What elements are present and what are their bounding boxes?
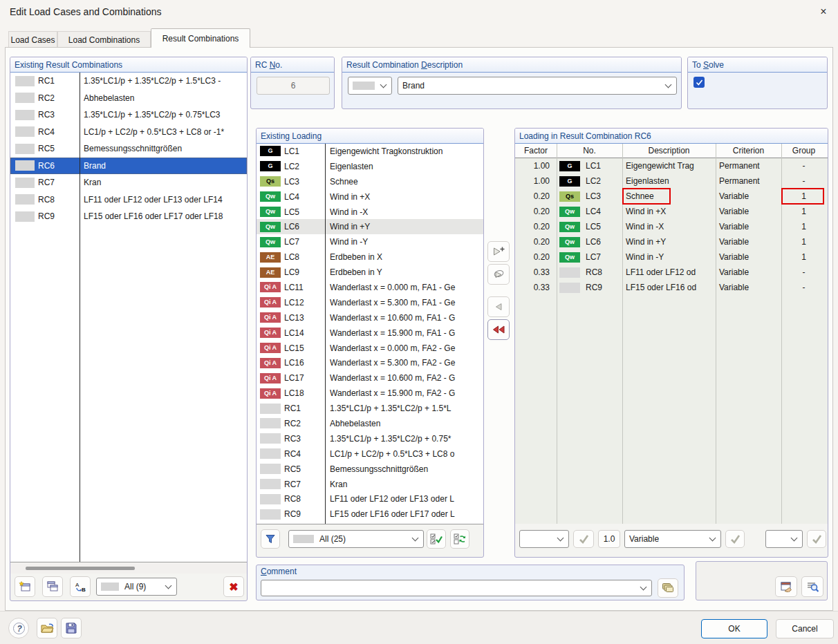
cancel-button[interactable]: Cancel	[776, 619, 834, 638]
result-combination-row[interactable]: RC31.35*LC1/p + 1.35*LC2/p + 0.75*LC3	[10, 106, 247, 124]
result-combination-row[interactable]: RC9LF15 oder LF16 oder LF17 oder LF18	[10, 208, 247, 225]
remove-from-combination-button[interactable]	[487, 296, 510, 317]
load-case-row[interactable]: RC7Kran	[257, 477, 483, 492]
tab-load-cases[interactable]: Load Cases	[8, 31, 57, 48]
load-case-row[interactable]: GLC1Eigengewicht Tragkonstruktion	[257, 144, 483, 159]
color-swatch	[15, 178, 35, 188]
tab-result-combinations[interactable]: Result Combinations	[151, 28, 250, 48]
load-type-badge: AE	[260, 267, 281, 278]
load-case-row[interactable]: RC31.35*LC1/p + 1.35*LC2/p + 0.75*	[257, 431, 483, 446]
load-case-row[interactable]: QwLC7Wind in -Y	[257, 234, 483, 249]
color-dropdown[interactable]	[348, 77, 392, 95]
load-case-name: RC4	[284, 449, 301, 459]
column-divider	[716, 144, 716, 524]
close-icon[interactable]: ×	[816, 4, 831, 19]
result-combination-row[interactable]: RC4LC1/p + LC2/p + 0.5*LC3 + LC8 or -1*	[10, 124, 247, 141]
edit-settings-button[interactable]	[775, 576, 797, 597]
result-combination-row[interactable]: RC2Abhebelasten	[10, 90, 247, 107]
load-case-row[interactable]: QsLC3Schnee	[257, 174, 483, 189]
horizontal-scrollbar[interactable]	[10, 563, 247, 574]
existing-loading-list[interactable]: GLC1Eigengewicht TragkonstruktionGLC2Eig…	[257, 144, 483, 524]
select-all-button[interactable]	[427, 529, 446, 549]
to-solve-checkbox[interactable]	[693, 77, 705, 88]
result-combination-row[interactable]: RC8LF11 oder LF12 oder LF13 oder LF14	[10, 191, 247, 209]
filter-button[interactable]	[261, 529, 280, 549]
load-case-row[interactable]: RC11.35*LC1/p + 1.35*LC2/p + 1.5*L	[257, 401, 483, 416]
comment-templates-button[interactable]	[658, 578, 678, 598]
apply-factor-button[interactable]	[573, 530, 594, 548]
criterion-cell: Variable	[716, 191, 781, 201]
load-case-row[interactable]: RC8LF11 oder LF12 oder LF13 oder L	[257, 491, 483, 506]
load-case-row[interactable]: RC2Abhebelasten	[257, 416, 483, 431]
color-swatch	[260, 448, 281, 459]
combination-description: Brand	[84, 161, 245, 171]
color-swatch	[15, 211, 35, 222]
factor-dropdown[interactable]	[519, 530, 569, 548]
load-case-row[interactable]: Qi ALC16Wanderlast x = 5.300 m, FA2 - Ge	[257, 355, 483, 370]
load-case-description: Wanderlast x = 5.300 m, FA2 - Ge	[330, 358, 482, 368]
load-case-row[interactable]: AELC8Erdbeben in X	[257, 249, 483, 265]
group-dropdown[interactable]	[765, 530, 803, 548]
number-cell: QwLC5	[557, 222, 622, 232]
load-case-row[interactable]: AELC9Erdbeben in Y	[257, 265, 483, 280]
result-combination-row[interactable]: RC7Kran	[10, 174, 247, 191]
load-case-row[interactable]: GLC2Eigenlasten	[257, 159, 483, 174]
load-case-row[interactable]: RC5Bemessungsschnittgrößen	[257, 462, 483, 477]
load-case-row[interactable]: Qi ALC17Wanderlast x = 10.600 m, FA2 - G	[257, 370, 483, 386]
save-button[interactable]	[61, 618, 82, 638]
result-combinations-list[interactable]: RC11.35*LC1/p + 1.35*LC2/p + 1.5*LC3 -RC…	[10, 73, 247, 562]
filter-value: All (25)	[319, 534, 346, 544]
number-cell: GLC1	[557, 161, 622, 171]
load-case-row[interactable]: QwLC5Wind in -X	[257, 205, 483, 220]
factor-one-button[interactable]: 1.0	[598, 530, 620, 548]
load-case-description: Wind in +X	[330, 192, 482, 202]
load-case-row[interactable]: RC9LF15 oder LF16 oder LF17 oder L	[257, 506, 483, 522]
combination-name: RC5	[38, 144, 55, 153]
new-combination-button[interactable]	[15, 576, 35, 597]
tab-load-combinations[interactable]: Load Combinations	[57, 31, 151, 48]
loading-filter-dropdown[interactable]: All (25)	[288, 530, 424, 548]
apply-criterion-button[interactable]	[725, 530, 745, 548]
group-cell: -	[781, 161, 826, 171]
color-swatch	[260, 479, 281, 489]
load-case-row[interactable]: Qi ALC15Wanderlast x = 0.000 m, FA2 - Ge	[257, 341, 483, 356]
result-combination-row[interactable]: RC5Bemessungsschnittgrößen	[10, 140, 247, 158]
load-type-badge: Qw	[260, 207, 281, 217]
load-case-row[interactable]: Qi ALC18Wanderlast x = 15.900 m, FA2 - G	[257, 386, 483, 401]
check-icon	[730, 535, 741, 544]
svg-text:B: B	[82, 587, 86, 592]
load-case-name: RC7	[284, 480, 301, 489]
load-case-row[interactable]: Qi ALC14Wanderlast x = 15.900 m, FA1 - G	[257, 325, 483, 341]
result-combination-row[interactable]: RC6Brand	[10, 158, 247, 175]
load-case-row[interactable]: Qi ALC12Wanderlast x = 5.300 m, FA1 - Ge	[257, 295, 483, 310]
add-to-combination-button[interactable]	[487, 241, 510, 262]
factor-cell: 0.33	[515, 283, 557, 292]
renumber-button[interactable]: A B	[70, 576, 91, 597]
load-case-row[interactable]: Qi ALC13Wanderlast x = 10.600 m, FA1 - G	[257, 310, 483, 325]
load-case-row[interactable]: QwLC4Wind in +X	[257, 189, 483, 205]
details-button[interactable]	[801, 576, 823, 597]
load-type-badge: Qw	[260, 237, 281, 247]
criterion-dropdown[interactable]: Variable	[624, 530, 721, 548]
load-case-row[interactable]: QwLC6Wind in +Y	[257, 219, 483, 234]
load-type-badge: Qw	[260, 191, 281, 202]
save-floppy-icon	[66, 623, 77, 634]
apply-group-button[interactable]	[807, 530, 826, 548]
delete-combination-button[interactable]: ✖	[223, 576, 244, 597]
description-combobox[interactable]: Brand	[398, 77, 677, 95]
result-combination-row[interactable]: RC11.35*LC1/p + 1.35*LC2/p + 1.5*LC3 -	[10, 73, 247, 90]
load-case-row[interactable]: RC4LC1/p + LC2/p + 0.5*LC3 + LC8 o	[257, 446, 483, 462]
comment-caption: Comment	[257, 565, 684, 578]
load-case-name: RC2	[284, 419, 301, 428]
result-combinations-filter-dropdown[interactable]: All (9)	[96, 578, 177, 596]
help-button[interactable]: ?	[8, 618, 29, 638]
copy-combination-button[interactable]	[42, 576, 63, 597]
load-case-row[interactable]: Qi ALC11Wanderlast x = 0.000 m, FA1 - Ge	[257, 280, 483, 295]
remove-all-button[interactable]	[487, 319, 510, 340]
add-with-criterion-button[interactable]	[487, 264, 510, 285]
scrollbar-thumb[interactable]	[26, 567, 135, 570]
invert-selection-button[interactable]	[450, 529, 469, 549]
open-button[interactable]	[37, 618, 57, 638]
ok-button[interactable]: OK	[701, 619, 767, 638]
comment-combobox[interactable]	[261, 580, 652, 596]
